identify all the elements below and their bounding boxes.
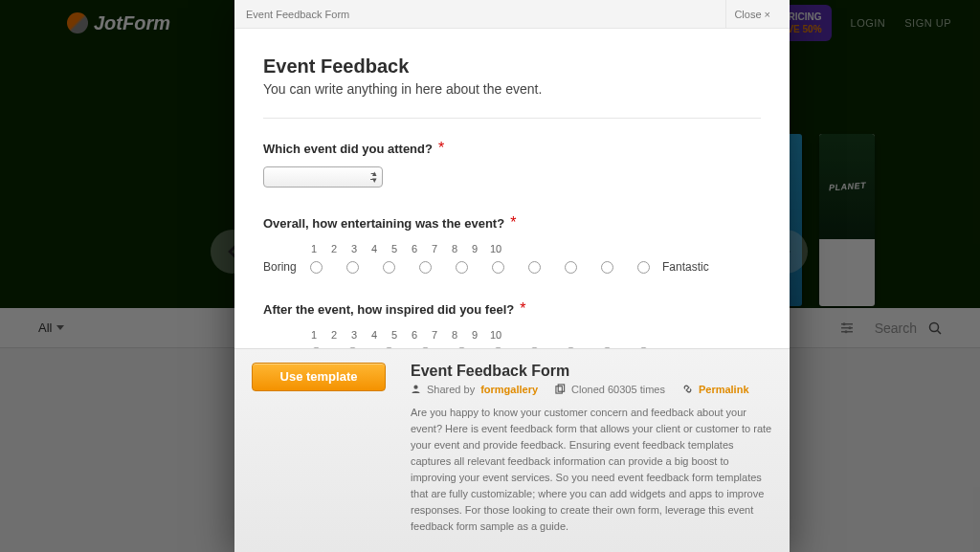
form-heading: Event Feedback xyxy=(263,55,761,77)
event-select[interactable]: ▴▾ xyxy=(263,166,383,188)
permalink-link[interactable]: Permalink xyxy=(699,384,749,395)
question-block: Overall, how entertaining was the event?… xyxy=(263,214,761,274)
scale-radio[interactable] xyxy=(310,261,323,274)
svg-rect-9 xyxy=(556,386,562,393)
copy-icon xyxy=(555,384,566,394)
shared-by-link[interactable]: formgallery xyxy=(480,384,538,395)
required-indicator: * xyxy=(520,300,525,317)
scale-radio[interactable] xyxy=(346,261,359,274)
scale-radio[interactable] xyxy=(419,261,432,274)
scale-row: Boring Fantastic xyxy=(263,260,761,274)
scale-right-label: Fantastic xyxy=(662,260,709,274)
footer-title: Event Feedback Form xyxy=(411,363,772,380)
modal-body: Event Feedback You can write anything in… xyxy=(234,29,790,348)
scale-radio[interactable] xyxy=(456,261,468,274)
scale-radio[interactable] xyxy=(528,261,541,274)
user-icon xyxy=(411,384,421,394)
scale-numbers: 12345678910 xyxy=(309,243,761,254)
form-subheading: You can write anything in here about the… xyxy=(263,81,761,97)
scale-radio[interactable] xyxy=(637,261,650,274)
modal-header: Event Feedback Form Close × xyxy=(234,0,790,29)
question-block: After the event, how inspired did you fe… xyxy=(263,300,761,348)
question-label: After the event, how inspired did you fe… xyxy=(263,302,514,317)
svg-point-8 xyxy=(413,386,417,389)
template-preview-modal: Event Feedback Form Close × Event Feedba… xyxy=(234,0,790,552)
divider xyxy=(263,118,761,119)
scale-left-label: Boring xyxy=(263,260,301,274)
link-icon xyxy=(682,384,693,394)
modal-footer: Use template Event Feedback Form Shared … xyxy=(234,348,790,552)
scale-radio[interactable] xyxy=(492,261,504,274)
footer-description: Are you happy to know your customer conc… xyxy=(411,405,772,535)
scale-radio[interactable] xyxy=(383,261,395,274)
question-label: Overall, how entertaining was the event? xyxy=(263,216,504,231)
required-indicator: * xyxy=(438,140,444,156)
use-template-button[interactable]: Use template xyxy=(252,363,386,391)
scale-radio[interactable] xyxy=(565,261,577,274)
required-indicator: * xyxy=(510,214,516,231)
question-label: Which event did you attend? xyxy=(263,142,433,156)
close-button[interactable]: Close × xyxy=(725,0,778,28)
scale-numbers: 12345678910 xyxy=(309,329,761,341)
question-block: Which event did you attend?* ▴▾ xyxy=(263,140,761,188)
scale-radio[interactable] xyxy=(601,261,613,274)
modal-title: Event Feedback Form xyxy=(246,9,349,20)
svg-rect-10 xyxy=(558,385,564,391)
footer-meta: Shared by formgallery Cloned 60305 times… xyxy=(411,384,772,395)
